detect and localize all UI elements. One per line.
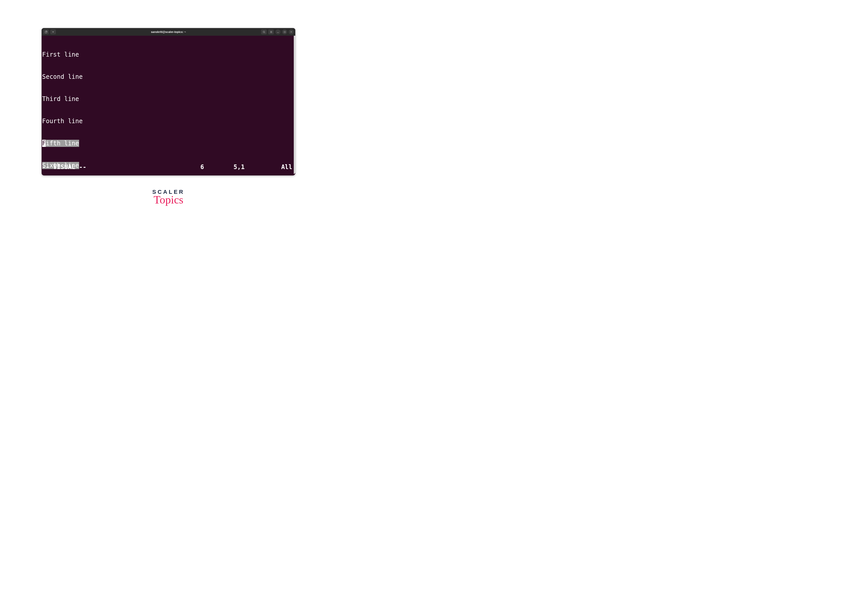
- scaler-topics-logo: SCALER Topics: [152, 189, 184, 206]
- close-button[interactable]: [289, 29, 294, 35]
- terminal-body[interactable]: First line Second line Third line Fourth…: [42, 36, 295, 175]
- cursor: F: [42, 140, 46, 147]
- buffer-line: First line: [42, 51, 295, 59]
- buffer-line: Third line: [42, 95, 295, 103]
- vim-mode-indicator: -- VISUAL --: [42, 164, 86, 171]
- svg-line-2: [264, 32, 265, 33]
- tab-menu-button[interactable]: [50, 29, 56, 35]
- logo-bottom-text: Topics: [152, 193, 184, 206]
- buffer-line: Second line: [42, 73, 295, 81]
- new-tab-button[interactable]: [43, 29, 49, 35]
- visual-selection: ifth line: [46, 140, 79, 147]
- maximize-icon: [284, 31, 286, 33]
- svg-line-9: [290, 31, 292, 33]
- titlebar-right-controls: [261, 29, 294, 35]
- new-tab-icon: [45, 31, 47, 33]
- buffer-line: Fifth line: [42, 140, 295, 147]
- close-icon: [290, 31, 293, 33]
- minimize-button[interactable]: [275, 29, 281, 35]
- maximize-button[interactable]: [282, 29, 287, 35]
- scrollbar[interactable]: [294, 36, 295, 174]
- svg-rect-0: [45, 31, 47, 33]
- window-titlebar: sanskriti@scaler-topics: ~: [42, 28, 295, 36]
- vim-cursor-position: 5,1: [234, 164, 277, 171]
- terminal-window: sanskriti@scaler-topics: ~: [42, 28, 295, 175]
- titlebar-left-controls: [43, 29, 56, 35]
- menu-icon: [270, 31, 273, 33]
- svg-point-1: [263, 31, 264, 32]
- search-button[interactable]: [261, 29, 267, 35]
- svg-rect-7: [284, 31, 285, 32]
- chevron-down-icon: [52, 31, 54, 33]
- search-icon: [263, 31, 266, 33]
- hamburger-menu-button[interactable]: [268, 29, 274, 35]
- vim-status-line: -- VISUAL -- 6 5,1 All: [42, 164, 292, 171]
- minimize-icon: [277, 31, 279, 33]
- vim-scroll-percent: All: [277, 164, 292, 171]
- vim-selection-count: 6: [200, 164, 234, 171]
- buffer-line: Fourth line: [42, 117, 295, 125]
- window-title: sanskriti@scaler-topics: ~: [42, 30, 295, 33]
- svg-line-8: [290, 31, 292, 33]
